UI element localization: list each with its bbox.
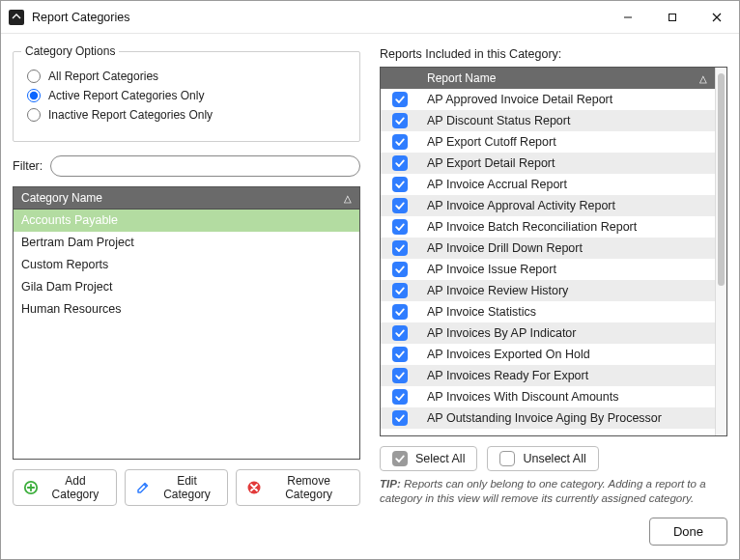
report-row[interactable]: AP Invoices Exported On Hold — [381, 344, 715, 365]
edit-category-button[interactable]: Edit Category — [125, 469, 228, 506]
select-buttons: Select All Unselect All — [380, 446, 727, 471]
unselect-all-label: Unselect All — [523, 452, 585, 465]
window-title: Report Categories — [32, 11, 129, 24]
category-row[interactable]: Gila Dam Project — [14, 276, 359, 298]
report-rows: AP Approved Invoice Detail ReportAP Disc… — [381, 89, 715, 435]
report-name: AP Export Detail Report — [427, 156, 555, 170]
category-row[interactable]: Bertram Dam Project — [14, 232, 359, 254]
unselect-all-button[interactable]: Unselect All — [487, 446, 598, 471]
report-checkbox[interactable] — [392, 92, 408, 107]
remove-category-label: Remove Category — [268, 474, 350, 501]
edit-category-label: Edit Category — [157, 474, 217, 501]
done-button[interactable]: Done — [649, 518, 727, 546]
report-checkbox[interactable] — [392, 155, 408, 171]
report-row[interactable]: AP Invoice Approval Activity Report — [381, 195, 715, 216]
report-row[interactable]: AP Invoices Ready For Export — [381, 365, 715, 386]
svg-rect-1 — [669, 14, 676, 20]
report-checkbox[interactable] — [392, 198, 408, 213]
report-checkbox[interactable] — [392, 219, 408, 235]
report-panel: Report Name △ AP Approved Invoice Detail… — [380, 67, 727, 436]
report-checkbox[interactable] — [392, 410, 408, 426]
report-row[interactable]: AP Invoice Accrual Report — [381, 174, 715, 195]
radio-inactive-categories-input[interactable] — [27, 108, 41, 122]
report-row[interactable]: AP Invoice Issue Report — [381, 259, 715, 280]
tip-label: TIP: — [380, 478, 401, 490]
titlebar: Report Categories — [1, 1, 739, 34]
report-row[interactable]: AP Invoice Review History — [381, 280, 715, 301]
filter-row: Filter: — [13, 155, 360, 177]
scrollbar-thumb[interactable] — [718, 73, 725, 286]
category-options-title: Category Options — [21, 44, 119, 58]
add-category-button[interactable]: Add Category — [13, 469, 117, 506]
tip-text: TIP: Reports can only belong to one cate… — [380, 477, 727, 506]
report-name: AP Discount Status Report — [427, 114, 570, 127]
report-checkbox[interactable] — [392, 325, 408, 341]
report-row[interactable]: AP Approved Invoice Detail Report — [381, 89, 715, 110]
empty-box-icon — [499, 451, 515, 466]
report-checkbox[interactable] — [392, 113, 408, 128]
radio-active-categories[interactable]: Active Report Categories Only — [27, 89, 346, 102]
radio-all-categories-input[interactable] — [27, 70, 41, 83]
report-scroll: Report Name △ AP Approved Invoice Detail… — [381, 68, 715, 435]
radio-all-categories[interactable]: All Report Categories — [27, 70, 346, 83]
minimize-button[interactable] — [606, 2, 650, 33]
report-row[interactable]: AP Invoice Drill Down Report — [381, 238, 715, 259]
report-row[interactable]: AP Invoices With Discount Amounts — [381, 386, 715, 407]
select-all-label: Select All — [415, 452, 465, 465]
radio-active-categories-input[interactable] — [27, 89, 41, 102]
report-name: AP Invoices Exported On Hold — [427, 348, 590, 361]
sort-asc-icon: △ — [344, 193, 352, 204]
report-name: AP Invoices With Discount Amounts — [427, 390, 618, 404]
radio-active-categories-label: Active Report Categories Only — [48, 89, 204, 102]
radio-all-categories-label: All Report Categories — [48, 70, 158, 83]
report-checkbox[interactable] — [392, 134, 408, 150]
select-all-button[interactable]: Select All — [380, 446, 477, 471]
report-row[interactable]: AP Invoice Batch Reconciliation Report — [381, 216, 715, 238]
category-options-group: Category Options All Report Categories A… — [13, 51, 360, 142]
report-name: AP Invoices By AP Indicator — [427, 326, 577, 340]
category-list-header[interactable]: Category Name △ — [14, 187, 359, 210]
category-buttons: Add Category Edit Category Remove Catego… — [13, 469, 360, 506]
report-row[interactable]: AP Export Cutoff Report — [381, 131, 715, 153]
report-checkbox[interactable] — [392, 262, 408, 277]
report-name: AP Invoice Drill Down Report — [427, 241, 583, 255]
pencil-icon — [135, 480, 151, 495]
report-checkbox[interactable] — [392, 304, 408, 320]
add-icon — [23, 480, 39, 495]
category-row[interactable]: Custom Reports — [14, 254, 359, 276]
category-list-header-label: Category Name — [21, 191, 102, 205]
filter-input[interactable] — [50, 155, 360, 177]
vertical-scrollbar[interactable] — [715, 68, 726, 435]
right-column: Reports Included in this Category: Repor… — [380, 45, 727, 506]
radio-inactive-categories-label: Inactive Report Categories Only — [48, 108, 213, 122]
add-category-label: Add Category — [44, 474, 106, 501]
report-row[interactable]: AP Discount Status Report — [381, 110, 715, 131]
report-name: AP Export Cutoff Report — [427, 135, 556, 149]
report-column-header[interactable]: Report Name △ — [381, 68, 715, 89]
report-row[interactable]: AP Invoices By AP Indicator — [381, 322, 715, 344]
maximize-button[interactable] — [650, 2, 695, 33]
report-checkbox[interactable] — [392, 240, 408, 256]
report-row[interactable]: AP Invoice Statistics — [381, 301, 715, 322]
close-button[interactable] — [695, 2, 739, 33]
category-row[interactable]: Accounts Payable — [14, 210, 359, 232]
report-row[interactable]: AP Outstanding Invoice Aging By Processo… — [381, 407, 715, 429]
category-rows: Accounts PayableBertram Dam ProjectCusto… — [14, 210, 359, 459]
report-checkbox[interactable] — [392, 347, 408, 362]
report-checkbox[interactable] — [392, 368, 408, 383]
report-name: AP Invoice Issue Report — [427, 263, 556, 276]
sort-asc-icon: △ — [699, 73, 707, 84]
report-checkbox[interactable] — [392, 283, 408, 298]
category-row[interactable]: Human Resources — [14, 298, 359, 321]
report-name: AP Invoice Statistics — [427, 305, 536, 319]
report-row[interactable]: AP Export Detail Report — [381, 153, 715, 174]
remove-category-button[interactable]: Remove Category — [236, 469, 360, 506]
report-name: AP Invoice Approval Activity Report — [427, 199, 615, 212]
checked-box-icon — [392, 451, 408, 466]
remove-icon — [246, 480, 262, 495]
tip-body: Reports can only belong to one category.… — [380, 478, 706, 504]
report-checkbox[interactable] — [392, 177, 408, 192]
report-name: AP Invoice Batch Reconciliation Report — [427, 220, 637, 234]
report-checkbox[interactable] — [392, 389, 408, 405]
radio-inactive-categories[interactable]: Inactive Report Categories Only — [27, 108, 346, 122]
